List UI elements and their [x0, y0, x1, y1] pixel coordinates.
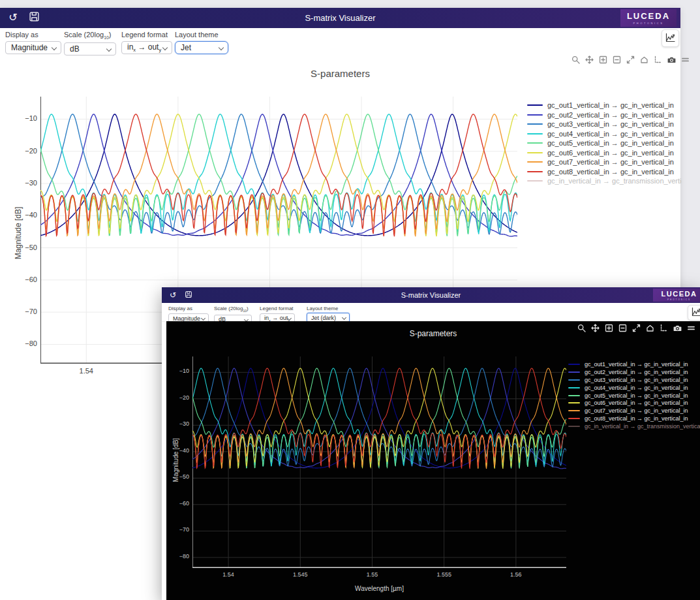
legend-swatch — [568, 371, 580, 373]
pan-icon[interactable] — [585, 55, 594, 64]
tick-label: −70 — [172, 526, 189, 533]
spectrum-plot-svg — [192, 356, 566, 568]
display-as-value: Magnitude — [11, 43, 48, 52]
tick-label: 1.56 — [500, 571, 532, 578]
plot-title: S-parameters — [166, 329, 700, 338]
tick-label: −80 — [172, 553, 189, 560]
legend-label: gc_out8_vertical_in → gc_in_vertical_in — [547, 168, 674, 176]
legend-format-label: Legend format — [121, 31, 172, 39]
legend-item[interactable]: gc_out5_vertical_in → gc_in_vertical_in — [527, 138, 682, 148]
toolbar-dark: Display as Magnitude Scale (20log10) dB … — [162, 303, 700, 322]
legend-format-select[interactable]: inx → outy — [121, 41, 172, 54]
layout-theme-value: Jet (dark) — [311, 315, 336, 321]
legend-item[interactable]: gc_out5_vertical_in → gc_in_vertical_in — [568, 392, 699, 400]
legend-label: gc_out8_vertical_in → gc_in_vertical_in — [585, 415, 688, 422]
tick-label: −80 — [18, 339, 37, 347]
app-header-light: ↺ S-matrix Visualizer LUCEDA PHOTONICS — [0, 8, 680, 28]
legend-label: gc_out3_vertical_in → gc_in_vertical_in — [585, 377, 688, 383]
x-axis-label: Wavelength [µm] — [192, 585, 566, 592]
camera-icon[interactable] — [667, 55, 677, 64]
app-title: S-matrix Visualizer — [162, 287, 700, 303]
display-as-label: Display as — [168, 306, 209, 311]
legend-swatch — [527, 161, 543, 163]
spike-lines-icon[interactable] — [654, 55, 663, 64]
plotly-modebar-light — [571, 55, 690, 64]
display-as-group: Display as Magnitude — [5, 31, 61, 54]
tick-label: 1.55 — [356, 571, 388, 578]
chart-icon — [691, 306, 700, 319]
chevron-down-icon — [219, 45, 224, 50]
chevron-down-icon — [201, 316, 205, 321]
chevron-down-icon — [52, 45, 57, 50]
legend-label: gc_in_vertical_in → gc_transmission_vert… — [585, 423, 700, 430]
legend-label: gc_in_vertical_in → gc_transmission_vert… — [547, 177, 682, 185]
zoom-out-icon[interactable] — [613, 55, 622, 64]
zoom-in-icon[interactable] — [599, 55, 608, 64]
autoscale-icon[interactable] — [626, 55, 635, 64]
legend-swatch — [527, 152, 543, 153]
legend-item[interactable]: gc_out4_vertical_in → gc_in_vertical_in — [527, 129, 682, 139]
legend-item[interactable]: gc_out7_vertical_in → gc_in_vertical_in — [527, 157, 682, 167]
tick-label: −50 — [172, 473, 189, 480]
legend-swatch — [568, 426, 580, 427]
legend-swatch — [568, 379, 580, 381]
scale-group: Scale (20log10) dB — [64, 31, 116, 55]
legend-item[interactable]: gc_out1_vertical_in → gc_in_vertical_in — [568, 360, 699, 368]
legend-item[interactable]: gc_out8_vertical_in → gc_in_vertical_in — [527, 167, 682, 177]
tick-label: −60 — [18, 276, 37, 283]
tick-label: −30 — [18, 179, 37, 187]
chart-icon — [665, 32, 676, 45]
legend-item[interactable]: gc_out2_vertical_in → gc_in_vertical_in — [568, 368, 699, 376]
tick-label: −10 — [172, 368, 189, 374]
legend-item[interactable]: gc_in_vertical_in → gc_transmission_vert… — [568, 422, 699, 430]
legend-item[interactable]: gc_out4_vertical_in → gc_in_vertical_in — [568, 384, 699, 392]
legend-label: gc_out2_vertical_in → gc_in_vertical_in — [547, 111, 674, 119]
legend-swatch — [527, 114, 543, 116]
legend-swatch — [527, 104, 543, 106]
legend-label: gc_out7_vertical_in → gc_in_vertical_in — [547, 158, 674, 166]
legend-item[interactable]: gc_out3_vertical_in → gc_in_vertical_in — [527, 119, 682, 129]
legend-item[interactable]: gc_out1_vertical_in → gc_in_vertical_in — [527, 101, 682, 110]
zoom-icon[interactable] — [571, 55, 581, 64]
plot-settings-button[interactable] — [662, 29, 679, 47]
display-as-select[interactable]: Magnitude — [5, 41, 61, 54]
layout-theme-select[interactable]: Jet — [175, 41, 228, 54]
legend-swatch — [527, 123, 543, 125]
plot-settings-button[interactable] — [688, 305, 700, 321]
tick-label: −70 — [18, 308, 37, 315]
reset-axes-icon[interactable] — [640, 55, 649, 64]
layout-theme-label: Layout theme — [175, 31, 228, 39]
tick-label: −10 — [18, 114, 37, 122]
scale-value: dB — [70, 44, 80, 54]
legend-label: gc_out1_vertical_in → gc_in_vertical_in — [585, 361, 688, 368]
scale-label: Scale (20log10) — [214, 306, 252, 313]
tick-label: −30 — [172, 420, 189, 427]
chevron-down-icon — [162, 45, 168, 50]
legend-item[interactable]: gc_out7_vertical_in → gc_in_vertical_in — [568, 407, 699, 415]
legend-item[interactable]: gc_out6_vertical_in → gc_in_vertical_in — [568, 399, 699, 407]
visualizer-window-dark: ↺ S-matrix Visualizer LUCEDA PHOTONICS D… — [162, 287, 700, 600]
tick-label: 1.54 — [70, 367, 102, 375]
app-header-dark: ↺ S-matrix Visualizer LUCEDA PHOTONICS — [162, 287, 700, 303]
app-title: S-matrix Visualizer — [0, 8, 680, 28]
logo-text: LUCEDA — [620, 11, 677, 21]
legend-swatch — [527, 142, 543, 144]
scale-select[interactable]: dB — [64, 42, 116, 55]
luceda-logo: LUCEDA PHOTONICS — [620, 9, 677, 27]
tick-label: −20 — [172, 394, 189, 401]
legend-label: gc_out3_vertical_in → gc_in_vertical_in — [547, 120, 674, 128]
legend-swatch — [568, 364, 580, 365]
legend-label: gc_out1_vertical_in → gc_in_vertical_in — [547, 101, 674, 109]
menu-icon[interactable] — [681, 55, 690, 64]
legend-item[interactable]: gc_out2_vertical_in → gc_in_vertical_in — [527, 110, 682, 120]
layout-theme-group: Layout theme Jet — [175, 31, 228, 54]
logo-subtitle: PHOTONICS — [620, 22, 677, 25]
logo-subtitle: PHOTONICS — [653, 298, 700, 301]
layout-theme-label: Layout theme — [307, 306, 338, 311]
legend-item[interactable]: gc_out3_vertical_in → gc_in_vertical_in — [568, 376, 699, 384]
legend-item[interactable]: gc_in_vertical_in → gc_transmission_vert… — [527, 176, 682, 186]
legend-item[interactable]: gc_out6_vertical_in → gc_in_vertical_in — [527, 148, 682, 158]
legend-item[interactable]: gc_out8_vertical_in → gc_in_vertical_in — [568, 415, 699, 422]
tick-label: −20 — [18, 147, 37, 155]
legend-swatch — [568, 395, 580, 396]
